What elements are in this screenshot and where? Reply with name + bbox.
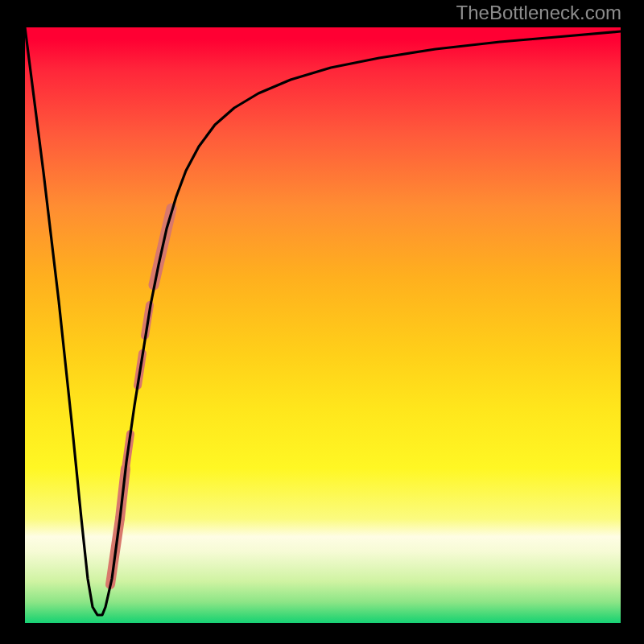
- watermark-text: TheBottleneck.com: [456, 2, 621, 24]
- plot-area: [25, 27, 621, 623]
- chart-frame: TheBottleneck.com: [0, 0, 644, 644]
- curve-layer: [25, 27, 621, 623]
